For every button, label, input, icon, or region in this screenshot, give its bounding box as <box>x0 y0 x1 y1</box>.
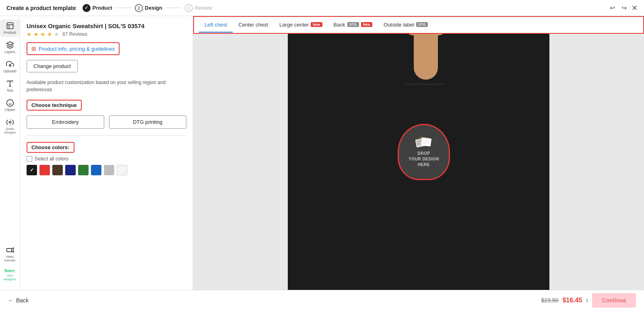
info-pricing-button[interactable]: ⊞ Product info, pricing & guidelines <box>27 42 120 55</box>
sidebar-item-uploads-label: Uploads <box>3 69 17 73</box>
sidebar-icons: Product Layers Uploads Text Clipart Quic… <box>0 16 20 290</box>
sidebar-item-uploads[interactable]: Uploads <box>0 58 20 76</box>
tab-center-chest[interactable]: Center chest <box>233 18 274 33</box>
sidebar-item-text[interactable]: Text <box>0 77 20 95</box>
sidebar-item-quick-designs-label: QuickDesigns <box>4 127 16 134</box>
technique-buttons: Embroidery DTG printing <box>27 115 186 129</box>
tab-back-new-badge: New <box>361 22 373 27</box>
video-icon <box>6 246 14 254</box>
steps-indicator: ✓ Product 2 Design 3 Review <box>83 4 212 12</box>
select-all-label: Select all colors <box>35 156 68 162</box>
fiverr-logo: fiverr. <box>4 269 15 273</box>
sidebar-item-layers-label: Layers <box>4 50 15 54</box>
tab-back[interactable]: Back DTG New <box>328 18 378 33</box>
canvas-area: Left chest Center chest Large center New… <box>193 16 644 290</box>
product-image-area: DROPYOUR DESIGNHERE <box>278 34 559 290</box>
clipart-icon <box>6 99 14 107</box>
color-swatch-red[interactable] <box>39 165 50 175</box>
sidebar-item-clipart[interactable]: Clipart <box>0 96 20 114</box>
choose-technique-label: Choose technique <box>27 100 82 111</box>
sidebar-item-product-label: Product <box>4 31 16 35</box>
product-description: Available product customization based on… <box>27 79 186 93</box>
drop-zone[interactable]: DROPYOUR DESIGNHERE <box>398 124 450 180</box>
collar <box>405 84 445 96</box>
step-line-2 <box>165 8 182 8</box>
top-bar-right: ↩ ↪ ✕ <box>608 2 638 13</box>
quick-designs-icon <box>6 118 14 126</box>
svg-rect-16 <box>422 138 431 145</box>
tab-left-chest[interactable]: Left chest <box>199 18 233 33</box>
color-swatch-blue[interactable] <box>91 165 101 175</box>
canvas-content: DROPYOUR DESIGNHERE <box>193 34 644 290</box>
colors-section: Choose colors: Select all colors <box>27 142 186 175</box>
drop-zone-text: DROPYOUR DESIGNHERE <box>409 151 439 168</box>
tab-large-center-badge: New <box>311 22 322 27</box>
color-swatch-black[interactable] <box>27 165 37 175</box>
select-all-checkbox[interactable] <box>27 156 32 162</box>
star-3: ★ <box>40 31 45 37</box>
divider <box>27 135 186 135</box>
step-design-label: Design <box>145 5 162 11</box>
star-5: ★ <box>54 31 59 37</box>
step-product-icon: ✓ <box>83 4 91 12</box>
step-review: 3 Review <box>185 4 212 12</box>
close-button[interactable]: ✕ <box>632 2 638 13</box>
layers-icon <box>6 41 14 49</box>
sidebar-item-fiverr[interactable]: fiverr. Hire designer <box>0 266 20 283</box>
sidebar-item-layers[interactable]: Layers <box>0 39 20 56</box>
svg-rect-11 <box>6 248 12 252</box>
colors-header: Choose colors: <box>27 142 186 153</box>
back-button[interactable]: ← Back <box>8 297 29 304</box>
continue-button[interactable]: Continue <box>592 293 636 308</box>
sidebar-item-text-label: Text <box>6 88 13 92</box>
product-icon <box>6 22 14 30</box>
bottom-bar: ← Back $23.50 $16.45 ℹ Continue <box>0 290 644 310</box>
product-name: Unisex Organic Sweatshirt | SOL'S 03574 <box>27 23 186 29</box>
review-count: 87 Reviews <box>62 31 87 37</box>
back-arrow-icon: ← <box>8 297 14 304</box>
change-product-button[interactable]: Change product <box>27 60 78 72</box>
redo-button[interactable]: ↪ <box>620 2 628 13</box>
dtg-printing-button[interactable]: DTG printing <box>109 115 187 129</box>
price-area: $23.50 $16.45 ℹ Continue <box>541 293 636 308</box>
tabs-bar: Left chest Center chest Large center New… <box>193 16 644 34</box>
sidebar-item-quick-designs[interactable]: QuickDesigns <box>0 116 20 137</box>
head-shape <box>406 34 446 35</box>
sidebar-item-video[interactable]: Videotutorials <box>0 244 20 265</box>
tab-large-center-label: Large center <box>279 22 309 28</box>
tab-center-chest-label: Center chest <box>238 22 268 28</box>
color-swatch-green[interactable] <box>78 165 89 175</box>
undo-button[interactable]: ↩ <box>608 2 617 13</box>
left-panel: Unisex Organic Sweatshirt | SOL'S 03574 … <box>20 16 193 290</box>
svg-marker-12 <box>12 248 13 253</box>
hire-designer-label: Hire designer <box>2 274 18 281</box>
tab-outside-label[interactable]: Outside label DTG <box>378 18 433 33</box>
sweatshirt-mockup: DROPYOUR DESIGNHERE <box>288 34 549 290</box>
text-icon <box>6 80 14 88</box>
price-info-icon[interactable]: ℹ <box>586 297 588 304</box>
main-layout: Product Layers Uploads Text Clipart Quic… <box>0 16 644 290</box>
tab-outside-dtg-badge: DTG <box>416 22 428 27</box>
sidebar-bottom: Videotutorials fiverr. Hire designer <box>0 244 20 287</box>
tab-outside-label-text: Outside label <box>384 22 414 28</box>
select-all-colors[interactable]: Select all colors <box>27 156 186 162</box>
price-original: $23.50 <box>541 297 559 304</box>
step-review-icon: 3 <box>185 4 193 12</box>
color-swatch-navy[interactable] <box>65 165 76 175</box>
price-discounted: $16.45 <box>562 297 582 304</box>
color-swatch-white[interactable] <box>117 165 127 175</box>
color-swatch-brown[interactable] <box>52 165 63 175</box>
embroidery-button[interactable]: Embroidery <box>27 115 104 129</box>
color-swatches <box>27 165 186 175</box>
svg-point-5 <box>6 100 13 107</box>
tab-large-center[interactable]: Large center New <box>274 18 328 33</box>
choose-colors-label: Choose colors: <box>27 142 74 153</box>
sidebar-item-product[interactable]: Product <box>0 19 20 37</box>
step-line-1 <box>116 8 132 8</box>
svg-point-8 <box>9 121 11 123</box>
color-swatch-gray[interactable] <box>104 165 114 175</box>
neck-shape <box>414 34 438 80</box>
step-product: ✓ Product <box>83 4 112 12</box>
drop-zone-icon <box>415 136 433 151</box>
step-design: 2 Design <box>135 4 162 12</box>
